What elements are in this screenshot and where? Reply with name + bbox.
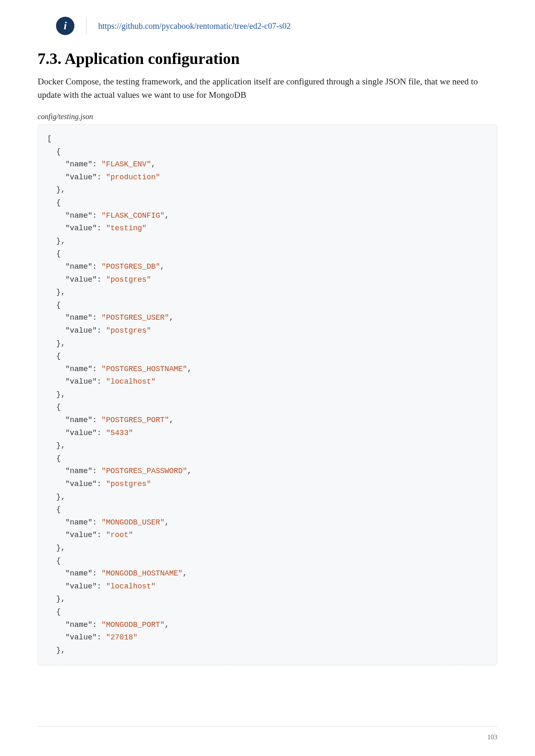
code-block-title: config/testing.json xyxy=(38,112,497,121)
page: i https://github.com/pycabook/rentomatic… xyxy=(0,0,535,756)
vertical-divider xyxy=(86,18,87,34)
source-link[interactable]: https://github.com/pycabook/rentomatic/t… xyxy=(98,21,290,31)
section-body: Docker Compose, the testing framework, a… xyxy=(38,75,497,102)
info-icon-glyph: i xyxy=(64,20,66,32)
section-heading: 7.3. Application configuration xyxy=(38,49,497,68)
footer-divider xyxy=(38,726,497,727)
info-callout: i https://github.com/pycabook/rentomatic… xyxy=(56,17,497,35)
page-number: 103 xyxy=(487,733,497,741)
info-icon: i xyxy=(56,17,74,35)
code-block: [ { "name": "FLASK_ENV", "value": "produ… xyxy=(38,125,497,665)
